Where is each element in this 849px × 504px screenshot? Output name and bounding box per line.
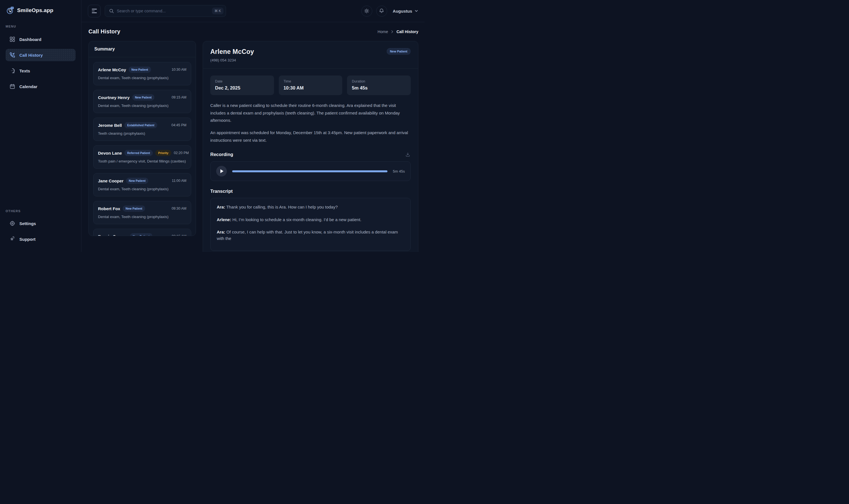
patient-name: Courtney Henry <box>98 95 130 100</box>
sidebar-toggle-button[interactable] <box>88 5 101 17</box>
notifications-button[interactable] <box>376 6 387 17</box>
patient-name: Bessie Cooper <box>98 234 127 236</box>
patient-type-badge: New Patient <box>123 205 145 212</box>
search-box[interactable]: ⌘ K <box>105 5 226 17</box>
call-time: 09:30 AM <box>172 206 187 211</box>
bell-icon <box>379 8 384 14</box>
recording-heading-row: Recording <box>210 151 411 158</box>
topbar: ⌘ K Augustus <box>82 0 425 22</box>
transcript-title: Transcript <box>210 188 233 194</box>
info-value: 10:30 AM <box>284 85 338 91</box>
patient-type-badge: New Patient <box>130 233 153 236</box>
detail-patient-type-badge: New Patient <box>387 48 411 55</box>
sidebar-item-label: Dashboard <box>19 37 41 42</box>
patient-type-badge: New Patient <box>132 94 155 101</box>
sidebar-item-label: Support <box>19 237 36 241</box>
call-card-jane-cooper[interactable]: Jane Cooper New Patient 11:00 AM Dental … <box>93 173 191 196</box>
calendar-icon <box>10 84 15 89</box>
call-time: 10:30 AM <box>172 68 187 72</box>
others-nav: Settings Support <box>6 217 75 245</box>
sidebar-item-texts[interactable]: Texts <box>6 65 75 77</box>
patient-type-badge: New Patient <box>128 67 151 73</box>
main-area: ⌘ K Augustus <box>82 0 425 252</box>
audio-progress-bar[interactable] <box>232 170 387 172</box>
content-area: Call History Home Call History Summary <box>82 22 425 252</box>
call-time: 02:20 PM <box>174 151 189 155</box>
sidebar: SmileOps.app MENU Dashboard Call History <box>0 0 82 252</box>
detail-header: Arlene McCoy (498) 054 3234 New Patient <box>203 41 418 69</box>
detail-body: Date Dec 2, 2025 Time 10:30 AM Duration … <box>203 69 418 252</box>
call-detail-panel: Arlene McCoy (498) 054 3234 New Patient … <box>203 41 418 252</box>
download-recording-button[interactable] <box>405 151 411 158</box>
gear-icon <box>10 220 15 226</box>
transcript-speaker: Ara: <box>217 230 225 234</box>
transcript-line: Ara: Thank you for calling, this is Ara.… <box>217 204 404 211</box>
call-services: Teeth cleaning (prophylaxis) <box>98 131 187 136</box>
info-label: Date <box>215 79 269 83</box>
sidebar-item-settings[interactable]: Settings <box>6 217 75 230</box>
app-logo[interactable]: SmileOps.app <box>6 6 75 15</box>
breadcrumb-home[interactable]: Home <box>377 30 388 34</box>
call-card-jerome-bell[interactable]: Jerome Bell Established Patient 04:45 PM… <box>93 118 191 141</box>
info-card-time: Time 10:30 AM <box>279 75 342 95</box>
call-time: 09:15 AM <box>172 95 187 100</box>
recording-title: Recording <box>210 152 233 157</box>
star-sparkle-icon <box>10 236 15 242</box>
tooth-logo-icon <box>6 6 15 15</box>
user-name: Augustus <box>393 9 412 14</box>
transcript-card: Ara: Thank you for calling, this is Ara.… <box>210 198 411 251</box>
sidebar-item-label: Settings <box>19 221 36 226</box>
patient-name: Arlene McCoy <box>98 67 126 72</box>
sidebar-item-call-history[interactable]: Call History <box>6 49 75 61</box>
detail-phone-number: (498) 054 3234 <box>210 58 411 62</box>
breadcrumb-current: Call History <box>396 30 418 34</box>
call-card-arlene-mccoy[interactable]: Arlene McCoy New Patient 10:30 AM Dental… <box>93 62 191 85</box>
patient-name: Robert Fox <box>98 206 120 211</box>
info-card-duration: Duration 5m 45s <box>347 75 411 95</box>
search-input[interactable] <box>117 9 209 13</box>
info-label: Duration <box>352 79 406 83</box>
audio-duration: 5m 45s <box>393 169 405 174</box>
download-icon <box>405 152 410 157</box>
call-services: Dental exam, Teeth cleaning (prophylaxis… <box>98 76 187 80</box>
two-column-layout: Summary Arlene McCoy New Patient 10:30 A… <box>88 41 418 252</box>
transcript-speaker: Ara: <box>217 204 225 209</box>
call-summary-paragraph: Caller is a new patient calling to sched… <box>210 102 411 124</box>
sun-icon <box>364 8 369 14</box>
call-info-row: Date Dec 2, 2025 Time 10:30 AM Duration … <box>210 75 411 95</box>
detail-patient-name: Arlene McCoy <box>210 48 411 56</box>
info-card-date: Date Dec 2, 2025 <box>210 75 274 95</box>
sidebar-item-dashboard[interactable]: Dashboard <box>6 33 75 46</box>
sidebar-item-calendar[interactable]: Calendar <box>6 80 75 93</box>
transcript-text: Of course, I can help with that. Just to… <box>217 230 398 241</box>
summary-title: Summary <box>94 47 115 51</box>
call-card-courtney-henry[interactable]: Courtney Henry New Patient 09:15 AM Dent… <box>93 90 191 113</box>
app-title: SmileOps.app <box>17 7 53 14</box>
phone-incoming-icon <box>10 52 15 58</box>
call-card-devon-lane[interactable]: Devon Lane Referred Patient Priority 02:… <box>93 145 191 169</box>
sidebar-item-label: Calendar <box>19 84 37 89</box>
sidebar-item-support[interactable]: Support <box>6 233 75 245</box>
breadcrumb: Home Call History <box>377 30 418 34</box>
audio-player: 5m 45s <box>210 161 411 181</box>
transcript-line: Arlene: Hi, I’m looking to schedule a si… <box>217 217 404 223</box>
transcript-speaker: Arlene: <box>217 217 231 222</box>
call-services: Dental exam, Teeth cleaning (prophylaxis… <box>98 104 187 108</box>
patient-type-badge: Established Patient <box>124 122 157 128</box>
chevron-right-icon <box>391 30 394 33</box>
call-time: 11:00 AM <box>172 179 187 183</box>
call-card-bessie-cooper[interactable]: Bessie Cooper New Patient 08:15 AM Denta… <box>93 229 191 236</box>
summary-header: Summary <box>89 41 196 57</box>
transcript-heading-row: Transcript <box>210 188 411 194</box>
call-services: Dental exam, Teeth cleaning (prophylaxis… <box>98 187 187 191</box>
theme-toggle-button[interactable] <box>361 6 372 17</box>
search-icon <box>109 8 114 14</box>
call-list: Arlene McCoy New Patient 10:30 AM Dental… <box>89 57 196 236</box>
sidebar-item-label: Call History <box>19 53 43 57</box>
user-menu[interactable]: Augustus <box>393 9 418 14</box>
call-time: 08:15 AM <box>172 234 187 236</box>
play-button[interactable] <box>216 166 227 177</box>
call-card-robert-fox[interactable]: Robert Fox New Patient 09:30 AM Dental e… <box>93 201 191 224</box>
topbar-actions: Augustus <box>361 6 418 17</box>
patient-type-badge: New Patient <box>126 178 148 184</box>
